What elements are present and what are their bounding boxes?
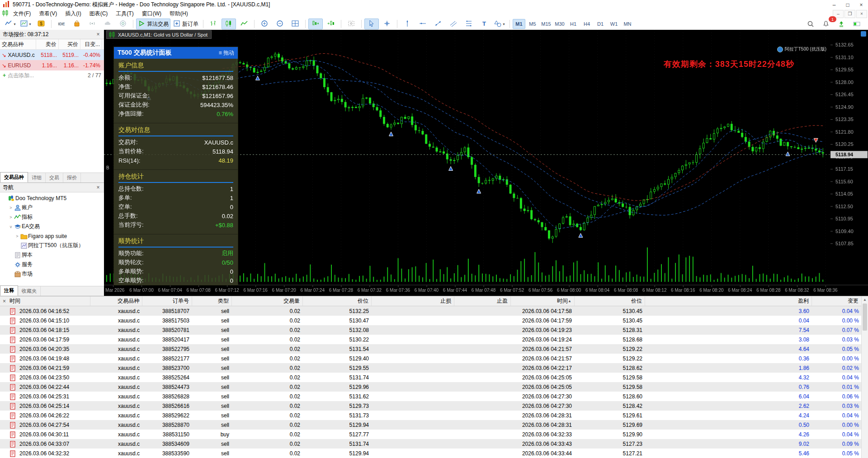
- orders-table-row-6[interactable]: 2026.03.06 04:21:59xauusd.c388523700sell…: [0, 363, 868, 373]
- cursor-tool-button[interactable]: [364, 19, 379, 29]
- timeframe-h4-button[interactable]: H4: [580, 19, 593, 29]
- menu-item-1[interactable]: 查看(V): [35, 9, 61, 18]
- signals-button[interactable]: [85, 19, 99, 29]
- market-watch-column-0[interactable]: 交易品种: [0, 39, 36, 49]
- new-chart-button[interactable]: ▾: [3, 19, 18, 29]
- line-mode-button[interactable]: [237, 19, 251, 29]
- notifications-button[interactable]: 1: [819, 19, 833, 29]
- market-watch-column-1[interactable]: 卖价: [36, 39, 59, 49]
- tree-item-6[interactable]: 脚本: [0, 250, 104, 260]
- market-watch-close-icon[interactable]: ×: [95, 31, 101, 37]
- orders-table-row-8[interactable]: 2026.03.06 04:22:44xauusd.c388524473sell…: [0, 382, 868, 392]
- orders-table-row-2[interactable]: 2026.03.06 04:18:15xauusd.c388520781sell…: [0, 325, 868, 335]
- menu-item-6[interactable]: 帮助(H): [165, 9, 192, 18]
- timeframe-h1-button[interactable]: H1: [567, 19, 580, 29]
- vertical-line-tool-button[interactable]: [400, 19, 415, 29]
- expand-arrow-icon[interactable]: >: [8, 215, 14, 220]
- tree-item-2[interactable]: >指标: [0, 212, 104, 222]
- horizontal-line-tool-button[interactable]: [415, 19, 430, 29]
- tree-item-1[interactable]: >账户: [0, 203, 104, 212]
- deposit-button[interactable]: $: [34, 19, 48, 29]
- crosshair-tool-button[interactable]: [380, 19, 394, 29]
- orders-table-row-14[interactable]: 2026.03.06 04:33:07xauusd.c388534609sell…: [0, 439, 868, 449]
- algo-trading-button[interactable]: 算法交易: [136, 19, 170, 29]
- orders-table-row-11[interactable]: 2026.03.06 04:26:22xauusd.c388529622sell…: [0, 411, 868, 420]
- expand-arrow-icon[interactable]: >: [8, 206, 14, 210]
- market-watch-tab-交易品种[interactable]: 交易品种: [0, 172, 28, 182]
- orders-table-row-0[interactable]: 2026.03.06 04:16:52xauusd.c388518707sell…: [0, 306, 868, 316]
- community-button[interactable]: [116, 19, 130, 29]
- orders-column-header-5[interactable]: 价位: [303, 296, 372, 306]
- orders-column-header-3[interactable]: 类型: [192, 296, 232, 306]
- t500-statistics-panel[interactable]: T500 交易统计面板 ≡ 拖动 账户信息余额:$121677.58净值:$12…: [113, 47, 238, 285]
- orders-column-header-4[interactable]: 交易量: [232, 296, 303, 306]
- t500-drag-handle[interactable]: ≡ 拖动: [219, 49, 234, 57]
- new-order-button[interactable]: 新订单: [171, 19, 200, 29]
- child-close-button[interactable]: ×: [856, 10, 867, 18]
- expand-arrow-icon[interactable]: >: [14, 234, 20, 238]
- market-store-button[interactable]: [70, 19, 84, 29]
- minimize-button[interactable]: –: [827, 0, 841, 9]
- timeframe-w1-button[interactable]: W1: [608, 19, 620, 29]
- table-close-icon[interactable]: ×: [3, 298, 6, 304]
- menu-item-2[interactable]: 插入(I): [61, 9, 85, 18]
- orders-table-row-13[interactable]: 2026.03.06 04:30:11xauusd.c388531150buy0…: [0, 430, 868, 439]
- orders-table-scrollbar[interactable]: ▲: [861, 296, 868, 458]
- orders-column-header-11[interactable]: 变更: [812, 296, 862, 306]
- expand-arrow-icon[interactable]: v: [8, 224, 14, 229]
- orders-column-header-7[interactable]: 止盈: [454, 296, 511, 306]
- navigator-tab-注释[interactable]: 注释: [0, 285, 18, 296]
- candle-mode-button[interactable]: [222, 19, 236, 29]
- navigator-close-icon[interactable]: ×: [95, 184, 101, 191]
- chart-snapshot-button[interactable]: [344, 19, 359, 29]
- menu-item-5[interactable]: 窗口(W): [138, 9, 165, 18]
- scroll-up-icon[interactable]: ▲: [863, 296, 867, 303]
- bar-chart-mode-button[interactable]: [206, 19, 221, 29]
- market-watch-tab-交易[interactable]: 交易: [46, 173, 63, 182]
- market-watch-tab-报价[interactable]: 报价: [63, 173, 81, 182]
- orders-table-row-10[interactable]: 2026.03.06 04:25:14xauusd.c388526616sell…: [0, 401, 868, 411]
- orders-column-header-10[interactable]: 盈利: [645, 296, 812, 306]
- maximize-button[interactable]: □: [841, 0, 854, 9]
- market-watch-column-2[interactable]: 买价: [59, 39, 80, 49]
- profiles-button[interactable]: ▾: [19, 19, 33, 29]
- close-button[interactable]: ×: [854, 0, 868, 9]
- menu-item-0[interactable]: 文件(F): [9, 9, 35, 18]
- timeframe-m30-button[interactable]: M30: [553, 19, 566, 29]
- cloud-button[interactable]: [100, 19, 115, 29]
- timeframe-m15-button[interactable]: M15: [540, 19, 552, 29]
- orders-table-row-1[interactable]: 2026.03.06 04:15:10xauusd.c388517503sell…: [0, 316, 868, 325]
- shapes-tool-button[interactable]: ▾: [492, 19, 507, 29]
- t500-panel-header[interactable]: T500 交易统计面板 ≡ 拖动: [114, 47, 238, 59]
- trendline-tool-button[interactable]: [431, 19, 445, 29]
- tree-item-7[interactable]: 服务: [0, 260, 104, 269]
- text-tool-button[interactable]: T: [477, 19, 491, 29]
- orders-column-header-9[interactable]: 价位: [575, 296, 645, 306]
- tree-item-4[interactable]: >Figaro app suite: [0, 231, 104, 241]
- orders-table-row-15[interactable]: 2026.03.06 04:32:32xauusd.c388533590sell…: [0, 449, 868, 458]
- market-watch-add-row[interactable]: + 点击添加... 2 / 77: [0, 70, 104, 80]
- chart-shift-button[interactable]: [308, 19, 323, 29]
- scrollbar-thumb[interactable]: [863, 304, 867, 331]
- zoom-in-button[interactable]: [257, 19, 272, 29]
- menu-item-3[interactable]: 图表(C): [85, 9, 112, 18]
- tree-item-0[interactable]: Doo Technology MT5: [0, 193, 104, 203]
- navigator-tab-收藏夹[interactable]: 收藏夹: [18, 286, 41, 296]
- orders-column-header-0[interactable]: ×时间: [0, 296, 90, 306]
- timeframe-mn-button[interactable]: MN: [621, 19, 634, 29]
- orders-table-row-4[interactable]: 2026.03.06 04:20:35xauusd.c388522795sell…: [0, 344, 868, 354]
- orders-table-row-5[interactable]: 2026.03.06 04:19:48xauusd.c388522177sell…: [0, 354, 868, 363]
- child-restore-button[interactable]: ❐: [844, 10, 855, 18]
- orders-table-row-3[interactable]: 2026.03.06 04:17:59xauusd.c388520417sell…: [0, 335, 868, 344]
- auto-scroll-button[interactable]: [324, 19, 338, 29]
- channel-tool-button[interactable]: [446, 19, 461, 29]
- tile-windows-button[interactable]: [288, 19, 302, 29]
- timeframe-d1-button[interactable]: D1: [594, 19, 607, 29]
- ide-button[interactable]: IDE: [54, 19, 69, 29]
- orders-column-header-8[interactable]: 时间 ▲: [511, 296, 575, 306]
- tree-item-8[interactable]: 市场: [0, 269, 104, 279]
- fibonacci-tool-button[interactable]: [462, 19, 476, 29]
- zoom-out-button[interactable]: [273, 19, 287, 29]
- menu-item-4[interactable]: 工具(T): [112, 9, 137, 18]
- orders-column-header-6[interactable]: 止损: [372, 296, 454, 306]
